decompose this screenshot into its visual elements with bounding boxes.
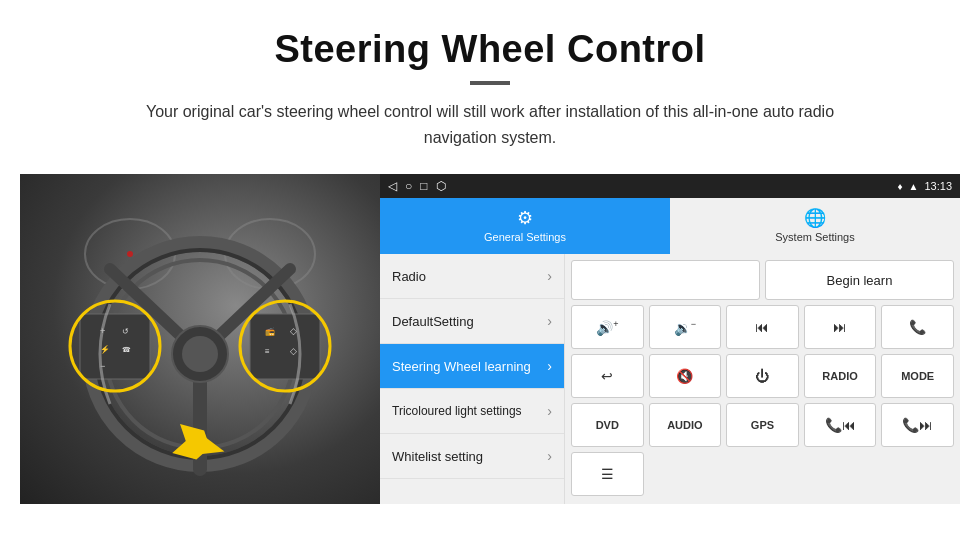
tab-system-label: System Settings — [775, 231, 854, 243]
chevron-icon: › — [547, 268, 552, 284]
prev-track-button[interactable]: ⏮ — [726, 305, 799, 349]
controls-grid: 🔊+ 🔉− ⏮ ⏭ 📞 — [571, 305, 954, 496]
svg-point-2 — [127, 251, 133, 257]
menu-item-default[interactable]: DefaultSetting › — [380, 299, 564, 344]
svg-text:📻: 📻 — [265, 326, 275, 336]
chevron-icon: › — [547, 403, 552, 419]
mute-button[interactable]: 🔇 — [649, 354, 722, 398]
content-area: Radio › DefaultSetting › Steering Wheel … — [380, 254, 960, 504]
gps-button[interactable]: GPS — [726, 403, 799, 447]
mute-icon: 🔇 — [676, 368, 693, 384]
radio-label: RADIO — [822, 370, 857, 382]
chevron-icon: › — [547, 448, 552, 464]
ctrl-row-4: ☰ — [571, 452, 954, 496]
signal-icon: ▲ — [909, 181, 919, 192]
volume-down-icon: 🔉− — [674, 319, 696, 336]
hang-up-icon: ↩ — [601, 368, 613, 384]
menu-item-tricoloured[interactable]: Tricoloured light settings › — [380, 389, 564, 434]
next-track-icon: ⏭ — [833, 319, 847, 335]
chevron-icon: › — [547, 313, 552, 329]
car-image-panel: + ⚡ − ↺ ☎ 📻 ◇ ≡ ◇ — [20, 174, 380, 504]
main-content: + ⚡ − ↺ ☎ 📻 ◇ ≡ ◇ — [20, 174, 960, 504]
ctrl-row-3: DVD AUDIO GPS 📞⏮ — [571, 403, 954, 447]
power-button[interactable]: ⏻ — [726, 354, 799, 398]
ctrl-row-2: ↩ 🔇 ⏻ RADIO MOD — [571, 354, 954, 398]
page-header: Steering Wheel Control Your original car… — [0, 0, 980, 160]
recents-nav-icon[interactable]: □ — [420, 179, 427, 193]
volume-up-icon: 🔊+ — [596, 319, 618, 336]
svg-rect-11 — [80, 314, 150, 379]
phone-icon: 📞 — [909, 319, 926, 335]
status-bar-info: ♦ ▲ 13:13 — [897, 180, 952, 192]
phone-next-icon: 📞⏭ — [902, 417, 933, 433]
menu-item-whitelist[interactable]: Whitelist setting › — [380, 434, 564, 479]
general-settings-icon: ⚙ — [517, 207, 533, 229]
system-settings-icon: 🌐 — [804, 207, 826, 229]
title-divider — [470, 81, 510, 85]
menu-steering-label: Steering Wheel learning — [392, 359, 531, 374]
radio-button[interactable]: RADIO — [804, 354, 877, 398]
menu-tricoloured-label: Tricoloured light settings — [392, 404, 522, 418]
steering-wheel-svg: + ⚡ − ↺ ☎ 📻 ◇ ≡ ◇ — [50, 194, 350, 484]
volume-up-button[interactable]: 🔊+ — [571, 305, 644, 349]
volume-down-button[interactable]: 🔉− — [649, 305, 722, 349]
power-icon: ⏻ — [755, 368, 769, 384]
next-track-button[interactable]: ⏭ — [804, 305, 877, 349]
back-nav-icon[interactable]: ◁ — [388, 179, 397, 193]
tab-system[interactable]: 🌐 System Settings — [670, 198, 960, 254]
top-button-row: Begin learn — [571, 260, 954, 300]
tab-bar: ⚙ General Settings 🌐 System Settings — [380, 198, 960, 254]
menu-default-label: DefaultSetting — [392, 314, 474, 329]
svg-text:☎: ☎ — [122, 346, 131, 353]
chevron-icon: › — [547, 358, 552, 374]
phone-prev-button[interactable]: 📞⏮ — [804, 403, 877, 447]
dvd-button[interactable]: DVD — [571, 403, 644, 447]
audio-label: AUDIO — [667, 419, 702, 431]
location-icon: ♦ — [897, 181, 902, 192]
status-bar-nav: ◁ ○ □ ⬡ — [388, 179, 446, 193]
menu-item-steering[interactable]: Steering Wheel learning › — [380, 344, 564, 389]
phone-next-button[interactable]: 📞⏭ — [881, 403, 954, 447]
svg-rect-17 — [250, 314, 320, 379]
audio-button[interactable]: AUDIO — [649, 403, 722, 447]
clock: 13:13 — [924, 180, 952, 192]
menu-radio-label: Radio — [392, 269, 426, 284]
svg-text:◇: ◇ — [290, 346, 297, 356]
page-title: Steering Wheel Control — [60, 28, 920, 71]
menu-item-radio[interactable]: Radio › — [380, 254, 564, 299]
begin-learn-button[interactable]: Begin learn — [765, 260, 954, 300]
svg-point-10 — [182, 336, 218, 372]
svg-text:↺: ↺ — [122, 327, 129, 336]
page-subtitle: Your original car's steering wheel contr… — [140, 99, 840, 150]
menu-whitelist-label: Whitelist setting — [392, 449, 483, 464]
dvd-label: DVD — [596, 419, 619, 431]
android-panel: ◁ ○ □ ⬡ ♦ ▲ 13:13 ⚙ General Settings — [380, 174, 960, 504]
phone-button-1[interactable]: 📞 — [881, 305, 954, 349]
list-button[interactable]: ☰ — [571, 452, 644, 496]
hang-up-button[interactable]: ↩ — [571, 354, 644, 398]
phone-prev-icon: 📞⏮ — [825, 417, 856, 433]
gps-label: GPS — [751, 419, 774, 431]
tab-general-label: General Settings — [484, 231, 566, 243]
mode-button[interactable]: MODE — [881, 354, 954, 398]
mode-label: MODE — [901, 370, 934, 382]
prev-track-icon: ⏮ — [755, 319, 769, 335]
right-panel: Begin learn 🔊+ 🔉− — [565, 254, 960, 504]
ctrl-row-1: 🔊+ 🔉− ⏮ ⏭ 📞 — [571, 305, 954, 349]
svg-text:≡: ≡ — [265, 347, 270, 356]
page-wrapper: Steering Wheel Control Your original car… — [0, 0, 980, 504]
tab-general[interactable]: ⚙ General Settings — [380, 198, 670, 254]
list-icon: ☰ — [601, 466, 614, 482]
menu-nav-icon[interactable]: ⬡ — [436, 179, 446, 193]
home-nav-icon[interactable]: ○ — [405, 179, 412, 193]
empty-slot — [571, 260, 760, 300]
left-menu: Radio › DefaultSetting › Steering Wheel … — [380, 254, 565, 504]
status-bar: ◁ ○ □ ⬡ ♦ ▲ 13:13 — [380, 174, 960, 198]
